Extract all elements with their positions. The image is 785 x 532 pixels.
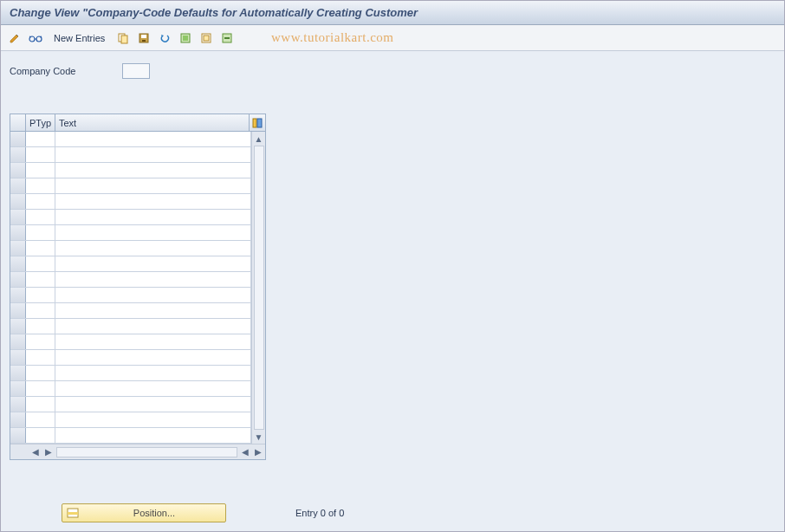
cell-text[interactable]	[55, 210, 251, 224]
cell-ptyp[interactable]	[26, 288, 55, 302]
table-row	[10, 350, 251, 366]
row-selector[interactable]	[10, 210, 26, 224]
cell-text[interactable]	[55, 350, 251, 365]
row-selector[interactable]	[10, 132, 26, 146]
cell-text[interactable]	[55, 225, 251, 240]
cell-ptyp[interactable]	[26, 350, 55, 365]
scroll-down-icon[interactable]: ▼	[254, 431, 264, 442]
col-header-text[interactable]: Text	[55, 114, 250, 131]
svg-rect-16	[68, 512, 78, 515]
hscroll-track[interactable]	[56, 447, 237, 457]
cell-ptyp[interactable]	[26, 194, 55, 209]
company-code-input[interactable]	[122, 63, 150, 79]
cell-text[interactable]	[55, 303, 251, 318]
cell-ptyp[interactable]	[26, 428, 55, 443]
cell-ptyp[interactable]	[26, 147, 55, 162]
cell-ptyp[interactable]	[26, 241, 55, 256]
select-all-icon[interactable]	[177, 29, 194, 47]
cell-text[interactable]	[55, 194, 251, 209]
cell-text[interactable]	[55, 256, 251, 271]
new-entries-button[interactable]: New Entries	[48, 30, 111, 46]
cell-ptyp[interactable]	[26, 132, 55, 146]
cell-text[interactable]	[55, 397, 251, 412]
watermark-text: www.tutorialkart.com	[271, 30, 394, 45]
scroll-track[interactable]	[254, 146, 264, 430]
scroll-right2-icon[interactable]: ▶	[253, 447, 263, 457]
row-selector[interactable]	[10, 288, 26, 302]
row-selector[interactable]	[10, 397, 26, 412]
cell-ptyp[interactable]	[26, 163, 55, 178]
cell-ptyp[interactable]	[26, 412, 55, 427]
cell-text[interactable]	[55, 178, 251, 193]
cell-text[interactable]	[55, 412, 251, 427]
scroll-left2-icon[interactable]: ◀	[240, 447, 250, 457]
cell-text[interactable]	[55, 147, 251, 162]
cell-text[interactable]	[55, 288, 251, 302]
cell-ptyp[interactable]	[26, 334, 55, 349]
row-selector[interactable]	[10, 194, 26, 209]
cell-text[interactable]	[55, 241, 251, 256]
cell-ptyp[interactable]	[26, 210, 55, 224]
table-row	[10, 132, 251, 147]
save-icon[interactable]	[135, 29, 152, 47]
cell-text[interactable]	[55, 132, 251, 146]
row-selector[interactable]	[10, 256, 26, 271]
table-config-icon[interactable]	[250, 114, 265, 131]
footer: Position... Entry 0 of 0	[62, 503, 344, 522]
scroll-up-icon[interactable]: ▲	[254, 133, 264, 144]
glasses-icon[interactable]	[27, 29, 44, 47]
vertical-scrollbar[interactable]: ▲ ▼	[251, 132, 265, 444]
position-button[interactable]: Position...	[62, 503, 226, 522]
cell-text[interactable]	[55, 334, 251, 349]
cell-ptyp[interactable]	[26, 319, 55, 334]
table-row	[10, 241, 251, 256]
row-selector[interactable]	[10, 319, 26, 334]
row-selector[interactable]	[10, 147, 26, 162]
cell-text[interactable]	[55, 272, 251, 287]
row-selector[interactable]	[10, 303, 26, 318]
row-selector[interactable]	[10, 178, 26, 193]
scroll-right-icon[interactable]: ▶	[43, 447, 54, 457]
cell-ptyp[interactable]	[26, 397, 55, 412]
col-header-ptyp[interactable]: PTyp	[26, 114, 55, 131]
cell-text[interactable]	[55, 319, 251, 334]
row-selector[interactable]	[10, 163, 26, 178]
cell-text[interactable]	[55, 366, 251, 380]
cell-text[interactable]	[55, 381, 251, 396]
svg-rect-3	[121, 36, 127, 43]
cell-text[interactable]	[55, 428, 251, 443]
change-icon[interactable]	[6, 29, 23, 47]
company-code-label: Company Code	[10, 66, 114, 76]
row-selector[interactable]	[10, 381, 26, 396]
row-selector[interactable]	[10, 334, 26, 349]
cell-ptyp[interactable]	[26, 381, 55, 396]
cell-ptyp[interactable]	[26, 303, 55, 318]
cell-ptyp[interactable]	[26, 272, 55, 287]
row-selector[interactable]	[10, 428, 26, 443]
row-selector[interactable]	[10, 412, 26, 427]
cell-text[interactable]	[55, 163, 251, 178]
row-selector[interactable]	[10, 241, 26, 256]
deselect-all-icon[interactable]	[198, 29, 215, 47]
table-row	[10, 412, 251, 428]
delete-row-icon[interactable]	[218, 29, 236, 47]
cell-ptyp[interactable]	[26, 366, 55, 380]
row-selector[interactable]	[10, 272, 26, 287]
undo-icon[interactable]	[156, 29, 173, 47]
scroll-left-icon[interactable]: ◀	[30, 447, 41, 457]
svg-rect-10	[204, 36, 209, 41]
row-selector-header[interactable]	[10, 114, 26, 131]
table-row	[10, 334, 251, 350]
horizontal-scrollbar[interactable]: ◀ ▶ ◀ ▶	[10, 444, 265, 459]
row-selector[interactable]	[10, 350, 26, 365]
table-row	[10, 428, 251, 444]
table-row	[10, 163, 251, 178]
table-row	[10, 210, 251, 225]
copy-icon[interactable]	[114, 29, 132, 47]
cell-ptyp[interactable]	[26, 178, 55, 193]
row-selector[interactable]	[10, 225, 26, 240]
title-bar: Change View "Company-Code Defaults for A…	[1, 1, 784, 25]
cell-ptyp[interactable]	[26, 256, 55, 271]
row-selector[interactable]	[10, 366, 26, 380]
cell-ptyp[interactable]	[26, 225, 55, 240]
